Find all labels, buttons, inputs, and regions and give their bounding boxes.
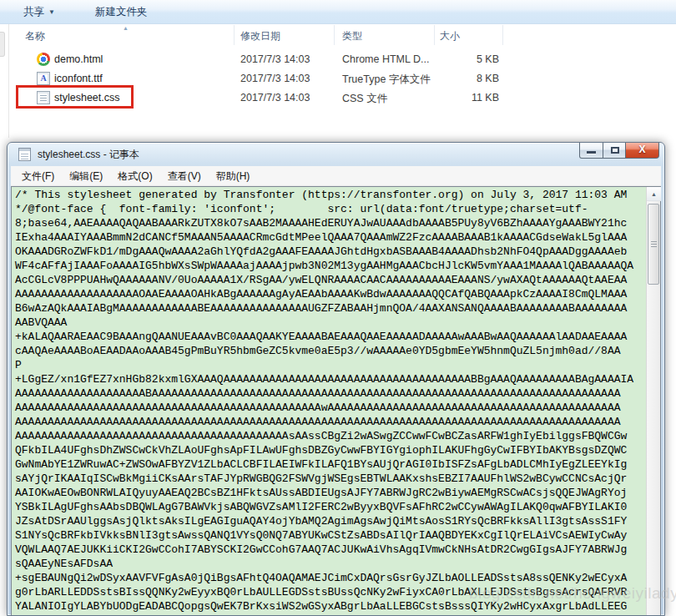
file-size: 5 KB [432, 53, 499, 65]
file-name: iconfont.ttf [54, 73, 103, 84]
navigation-pane-scrollbar[interactable] [0, 32, 5, 57]
menu-view[interactable]: 查看(V) [160, 166, 209, 186]
column-divider [234, 25, 235, 45]
explorer-toolbar: 共享▼ 新建文件夹 [0, 0, 676, 24]
navigation-pane-divider [8, 24, 9, 138]
notepad-title-bar[interactable]: stylesheet.css - 记事本 X [8, 143, 664, 166]
truetype-file-icon [37, 72, 50, 85]
file-date-modified: 2017/7/3 14:03 [240, 53, 310, 65]
column-divider [502, 25, 503, 45]
share-button[interactable]: 共享▼ [18, 0, 60, 24]
menu-file[interactable]: 文件(F) [14, 166, 62, 186]
editor-text-line: +sgEBAUNgQi2wDSyxAAVFVFgAsA0jQiBgsAFhtQ4… [15, 571, 646, 585]
editor-text-line: JZsAtDSrAAUlggsAsjQlktsAksILgEAGIguAQAY4… [15, 514, 646, 528]
editor-text-line: +LGgEZ/xn1GfEZ7xnHGb82kxmlGXAAAQAAAAAAAA… [15, 372, 646, 386]
close-icon: X [626, 144, 658, 155]
editor-text-line: sQAAEyNEsAFDsAA [15, 557, 646, 571]
menu-help[interactable]: 帮助(H) [209, 166, 258, 186]
notepad-editor: /* This stylesheet generated by Transfon… [11, 186, 661, 615]
file-row-demo-html[interactable]: demo.html 2017/7/3 14:03 Chrome HTML D..… [15, 50, 516, 69]
notepad-menu-bar: 文件(F) 编辑(E) 格式(O) 查看(V) 帮助(H) [11, 166, 661, 186]
share-button-label: 共享 [23, 6, 44, 18]
close-button[interactable]: X [625, 143, 659, 159]
editor-text-line: WF4cAFfAjIAAAFoAAAAIG5hbWXsSWpWAAAAajAAA… [15, 259, 646, 273]
editor-text-line: /* This stylesheet generated by Transfon… [15, 188, 646, 202]
editor-text-line: AABVQAAA [15, 316, 646, 330]
new-folder-button-label: 新建文件夹 [95, 6, 148, 18]
watermark: blog.csdn.net/hongweiyilady [469, 584, 676, 603]
editor-text-line: AAAAAAAAAAAAAAAAAAAAAAAAAAAAAAAAAAAAAAAA… [15, 415, 646, 429]
maximize-button[interactable] [603, 143, 626, 159]
editor-text-area[interactable]: /* This stylesheet generated by Transfon… [12, 187, 646, 615]
editor-text-line: AAAAAAAAAAAAAAAAAAAOAAEAAAAOAHkABgAAAAAA… [15, 287, 646, 301]
window-title: stylesheet.css - 记事本 [38, 148, 139, 162]
file-date-modified: 2017/7/3 14:03 [240, 73, 310, 84]
column-header-date-modified[interactable]: 修改日期 [240, 29, 280, 43]
editor-text-line: AAAAAAAAAAAAAAAAAAAAAAAAAAAAAAAAAAAAAAAA… [15, 401, 646, 415]
scrollbar-thumb[interactable] [648, 204, 659, 285]
red-highlight-annotation [16, 85, 134, 109]
editor-text-line: AAAAAAAAAAAAAAAAAAAAAAAAAAAAAAAAAAAAAAAA… [15, 429, 646, 443]
editor-text-line: 8;base64,AAEAAAAQAQAABAAARkZUTX8kO7sAAB2… [15, 216, 646, 230]
menu-format[interactable]: 格式(O) [110, 166, 159, 186]
notepad-window: stylesheet.css - 记事本 X 文件(F) 编辑(E) 格式(O)… [7, 142, 665, 616]
editor-text-line: YSBkILAgUFghsAAbsDBQWLAgG7BAWVkjsABQWGVZ… [15, 500, 646, 514]
editor-text-line: CstsB4ssQUYKy2wHyyxBhgrLbAgLLEHGCstsCEss… [15, 613, 646, 615]
editor-text-line: QFkbILA4UFghsDhZWSCwCkVhZLAoUFghsApFILAw… [15, 443, 646, 457]
column-divider [334, 25, 335, 45]
file-size: 11 KB [432, 92, 499, 104]
column-header-name[interactable]: 名称 [25, 29, 45, 43]
scrollbar-grip-icon [651, 241, 657, 248]
editor-text-line: VQWLAAQ7AEJUKKiiCKI2GwCCohI7ABYSCKI2GwCC… [15, 543, 646, 557]
file-date-modified: 2017/7/3 14:03 [240, 92, 310, 104]
column-header-row: ▲ 名称 修改日期 类型 大小 [8, 24, 676, 46]
notepad-app-icon [18, 148, 31, 161]
scroll-up-icon[interactable]: ▲ [647, 187, 661, 201]
editor-text-line: cAAQAeAAAABoAEAADAAoAAAB45gPmBuYR5hbmGeZ… [15, 344, 646, 358]
editor-text-line: B6wAzAQkAAAIABgMAAAAAAAAAAAABEAAAAAAAAAA… [15, 301, 646, 316]
sort-ascending-icon: ▲ [123, 25, 129, 31]
file-type: Chrome HTML D... [342, 53, 429, 65]
minimize-button[interactable] [579, 143, 603, 159]
editor-text-line: P [15, 358, 646, 372]
file-size: 8 KB [432, 73, 499, 84]
file-name: demo.html [54, 53, 103, 65]
column-divider [434, 25, 435, 45]
new-folder-button[interactable]: 新建文件夹 [90, 0, 153, 24]
chrome-icon [37, 53, 50, 66]
editor-text-line: IExha4AAAIYAAABmmN2dCANCf5MAAAN5AAAACRmc… [15, 230, 646, 245]
column-header-size[interactable]: 大小 [440, 29, 460, 43]
editor-text-line: */@font-face { font-family: 'iconfont'; … [15, 202, 646, 216]
vertical-scrollbar[interactable]: ▲ [646, 187, 660, 615]
editor-text-line: AAAAAAAAAAAAAAAAAAAABAAAAAAAAAAAAAAAAAAA… [15, 386, 646, 401]
chevron-down-icon: ▼ [48, 8, 55, 16]
editor-text-line: S1NYsQcBRFkbIVkksBNlI3gtsAwssQANQ1VYsQ0N… [15, 528, 646, 543]
editor-text-line: AcCGLcV8PPPUAHwQAAAAAANV/0UoAAAAA1X/RSgA… [15, 273, 646, 287]
file-type: CSS 文件 [342, 92, 387, 106]
editor-text-line: OKAAADGRoZWFkD1/mDgAAAQwAAAA2aGhlYQfdA2g… [15, 245, 646, 259]
caption-buttons: X [580, 143, 659, 159]
editor-text-line: AAIOKwAEOwBONRWLAIQyuyAAEAQ2BCsBZ1HFktsA… [15, 486, 646, 500]
file-type: TrueType 字体文件 [342, 73, 431, 87]
maximize-icon [611, 147, 619, 154]
editor-text-line: GwNmAbYE1ZWRuwAC+ZWSOwAFBYZV1ZLbACLCBFIL… [15, 457, 646, 472]
editor-text-line: +kALAQAARAEAAC9BAAAngQAANUEAAAvBC0AAAQAA… [15, 330, 646, 344]
menu-edit[interactable]: 编辑(E) [62, 166, 110, 186]
column-header-type[interactable]: 类型 [342, 29, 362, 43]
minimize-icon [587, 151, 596, 154]
editor-text-line: sAYjQrIKAAIqISCwBkMgiiCKsAArsTAFJYpRWGBQ… [15, 472, 646, 486]
